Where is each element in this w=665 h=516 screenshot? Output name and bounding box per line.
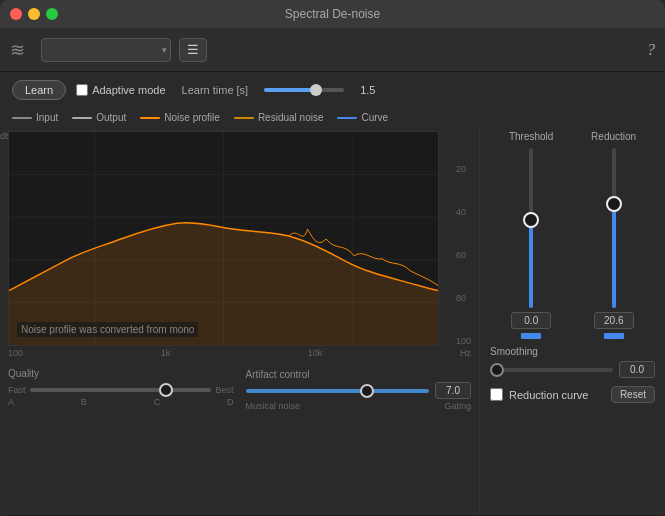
- freq-hz: Hz: [460, 348, 471, 358]
- db-axis: 20 40 60 80 100: [456, 131, 471, 346]
- legend-input: Input: [12, 112, 58, 123]
- legend-noise-profile: Noise profile: [140, 112, 220, 123]
- curve-legend-label: Curve: [361, 112, 388, 123]
- quality-mark-c: C: [154, 397, 161, 407]
- titlebar: Spectral De-noise: [0, 0, 665, 28]
- reduction-header: Reduction: [591, 131, 636, 142]
- controls-bar: Learn Adaptive mode Learn time [s] 1.5: [0, 72, 665, 108]
- quality-mark-d: D: [227, 397, 234, 407]
- reduction-curve-row: Reduction curve Reset: [490, 386, 655, 403]
- quality-mark-b: B: [81, 397, 87, 407]
- vertical-sliders: 0.0 20.6: [490, 148, 655, 338]
- input-legend-line: [12, 117, 32, 119]
- help-button[interactable]: ?: [647, 41, 655, 59]
- spectrum-chart[interactable]: Noise profile was converted from mono: [8, 131, 439, 346]
- quality-mark-a: A: [8, 397, 14, 407]
- menu-button[interactable]: ☰: [179, 38, 207, 62]
- window-title: Spectral De-noise: [285, 7, 380, 21]
- learn-time-slider[interactable]: [264, 88, 344, 92]
- reduction-indicator: [604, 333, 624, 339]
- adaptive-mode-label: Adaptive mode: [92, 84, 165, 96]
- artifact-value[interactable]: [435, 382, 471, 399]
- reduction-slider-col: 20.6: [589, 148, 639, 339]
- output-legend-line: [72, 117, 92, 119]
- topbar: ≋ ▾ ☰ ?: [0, 28, 665, 72]
- freq-axis: 100 1k 10k Hz: [0, 346, 479, 358]
- reduction-curve-checkbox[interactable]: [490, 388, 503, 401]
- quality-marks: A B C D: [8, 395, 234, 407]
- noise-profile-legend-label: Noise profile: [164, 112, 220, 123]
- window-controls[interactable]: [10, 8, 58, 20]
- output-legend-label: Output: [96, 112, 126, 123]
- musical-noise-label: Musical noise: [246, 401, 301, 411]
- smoothing-value[interactable]: [619, 361, 655, 378]
- reduction-value: 20.6: [594, 312, 634, 329]
- db-100: 100: [456, 336, 471, 346]
- smoothing-row: [490, 361, 655, 378]
- minimize-button[interactable]: [28, 8, 40, 20]
- quality-label: Quality: [8, 368, 39, 379]
- reduction-curve-label: Reduction curve: [509, 389, 589, 401]
- artifact-slider-row: [246, 382, 472, 399]
- artifact-section: Artifact control Musical noise Gating: [246, 368, 472, 411]
- threshold-value: 0.0: [511, 312, 551, 329]
- smoothing-section: Smoothing: [490, 346, 655, 378]
- residual-noise-legend-label: Residual noise: [258, 112, 324, 123]
- quality-slider[interactable]: [30, 388, 212, 392]
- reduction-slider[interactable]: [612, 148, 616, 308]
- db-20: 20: [456, 164, 471, 174]
- learn-time-value: 1.5: [360, 84, 375, 96]
- noise-profile-label: Noise profile was converted from mono: [17, 322, 198, 337]
- quality-section: Quality Fast Best A B C D: [8, 368, 234, 411]
- preset-select[interactable]: [41, 38, 171, 62]
- threshold-indicator: [521, 333, 541, 339]
- bottom-controls: Quality Fast Best A B C D: [0, 362, 479, 411]
- spectrum-section: dB: [0, 127, 480, 513]
- legend-residual-noise: Residual noise: [234, 112, 324, 123]
- noise-profile-legend-line: [140, 117, 160, 119]
- learn-time-label: Learn time [s]: [182, 84, 249, 96]
- fast-label: Fast: [8, 385, 26, 395]
- panel-headers: Threshold Reduction: [490, 131, 655, 142]
- adaptive-mode-checkbox[interactable]: [76, 84, 88, 96]
- residual-noise-legend-line: [234, 117, 254, 119]
- legend-bar: Input Output Noise profile Residual nois…: [0, 108, 665, 127]
- learn-button[interactable]: Learn: [12, 80, 66, 100]
- input-legend-label: Input: [36, 112, 58, 123]
- smoothing-label: Smoothing: [490, 346, 538, 357]
- adaptive-mode-check[interactable]: Adaptive mode: [76, 84, 165, 96]
- right-panel: Threshold Reduction 0.0 20.6: [480, 127, 665, 513]
- db-40: 40: [456, 207, 471, 217]
- logo-icon: ≋: [10, 39, 25, 61]
- artifact-label: Artifact control: [246, 369, 310, 380]
- preset-wrapper: ▾: [41, 38, 171, 62]
- smoothing-slider[interactable]: [490, 368, 613, 372]
- curve-legend-line: [337, 117, 357, 119]
- quality-slider-row: Fast Best: [8, 385, 234, 395]
- chart-container: dB: [8, 131, 439, 346]
- close-button[interactable]: [10, 8, 22, 20]
- threshold-slider-col: 0.0: [506, 148, 556, 339]
- freq-100: 100: [8, 348, 23, 358]
- reset-button[interactable]: Reset: [611, 386, 655, 403]
- freq-10k: 10k: [308, 348, 323, 358]
- gating-label: Gating: [444, 401, 471, 411]
- legend-output: Output: [72, 112, 126, 123]
- freq-1k: 1k: [161, 348, 171, 358]
- db-80: 80: [456, 293, 471, 303]
- db-60: 60: [456, 250, 471, 260]
- threshold-header: Threshold: [509, 131, 553, 142]
- artifact-slider[interactable]: [246, 389, 430, 393]
- threshold-slider[interactable]: [529, 148, 533, 308]
- best-label: Best: [215, 385, 233, 395]
- main-area: dB: [0, 127, 665, 513]
- maximize-button[interactable]: [46, 8, 58, 20]
- artifact-sub-labels: Musical noise Gating: [246, 401, 472, 411]
- spectrum-svg: [9, 132, 438, 345]
- legend-curve: Curve: [337, 112, 388, 123]
